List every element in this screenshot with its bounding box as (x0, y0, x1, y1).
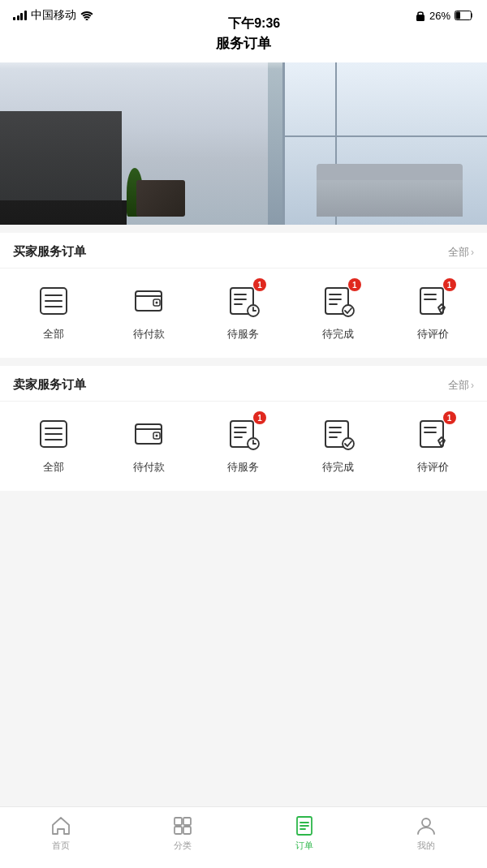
seller-pending-service-icon-wrap: 1 (224, 415, 263, 453)
svg-point-0 (85, 19, 88, 20)
nav-category-label: 分类 (174, 840, 192, 852)
svg-rect-53 (183, 827, 191, 834)
nav-category[interactable]: 分类 (122, 815, 244, 852)
buyer-section: 买家服务订单 全部 › 全部 (0, 233, 487, 358)
buyer-review-badge: 1 (443, 278, 456, 291)
svg-rect-50 (175, 818, 182, 825)
seller-service-badge: 1 (253, 411, 266, 424)
seller-review-badge: 1 (443, 411, 456, 424)
seller-all-button[interactable]: 全部 › (448, 378, 474, 393)
seller-pending-pay-item[interactable]: 待付款 (101, 415, 196, 475)
buyer-pending-complete-label: 待完成 (322, 327, 354, 342)
buyer-section-header: 买家服务订单 全部 › (0, 233, 487, 269)
nav-profile[interactable]: 我的 (365, 815, 487, 852)
category-icon (172, 815, 193, 836)
seller-order-grid: 全部 待付款 (0, 402, 487, 491)
seller-pending-review-item[interactable]: 1 待评价 (386, 415, 481, 475)
svg-rect-31 (136, 424, 162, 444)
main-content: 买家服务订单 全部 › 全部 (0, 62, 487, 868)
buyer-complete-badge: 1 (348, 278, 361, 291)
list-icon (36, 283, 71, 319)
complete-icon (321, 416, 356, 452)
buyer-pending-complete-icon-wrap: 1 (319, 281, 358, 320)
profile-icon (416, 815, 437, 836)
nav-order-label: 订单 (295, 840, 313, 852)
status-right: 26% (416, 10, 474, 22)
seller-pending-complete-label: 待完成 (322, 460, 354, 475)
svg-rect-1 (416, 15, 425, 21)
buyer-pending-review-item[interactable]: 1 待评价 (386, 281, 481, 342)
page-title: 服务订单 (0, 28, 487, 62)
chevron-right-icon: › (471, 247, 474, 258)
nav-home-label: 首页 (52, 840, 70, 852)
signal-icon (13, 11, 27, 20)
nav-home[interactable]: 首页 (0, 815, 122, 852)
battery-icon (455, 11, 474, 20)
seller-pending-complete-item[interactable]: 待完成 (291, 415, 386, 475)
buyer-pending-pay-item[interactable]: 待付款 (101, 281, 196, 342)
svg-rect-8 (136, 291, 162, 311)
time-display: 下午9:36 (228, 15, 280, 32)
seller-pending-pay-icon-wrap (129, 415, 168, 453)
buyer-pending-service-icon-wrap: 1 (224, 281, 263, 320)
svg-point-33 (156, 435, 158, 437)
buyer-pending-pay-label: 待付款 (133, 327, 165, 342)
carrier-label: 中国移动 (31, 8, 76, 23)
seller-pending-service-label: 待服务 (227, 460, 259, 475)
seller-pending-service-item[interactable]: 1 待服务 (196, 415, 291, 475)
buyer-pending-service-item[interactable]: 1 待服务 (196, 281, 291, 342)
status-left: 中国移动 (13, 8, 93, 23)
seller-section-title: 卖家服务订单 (13, 377, 86, 393)
svg-point-10 (156, 302, 158, 304)
order-icon (294, 815, 315, 836)
svg-rect-51 (183, 818, 191, 825)
nav-profile-label: 我的 (417, 840, 435, 852)
chevron-right-icon: › (471, 380, 474, 391)
seller-all-icon-wrap (34, 415, 73, 453)
status-bar: 中国移动 下午9:36 26% (0, 0, 487, 28)
seller-section-header: 卖家服务订单 全部 › (0, 366, 487, 402)
buyer-all-icon-wrap (34, 281, 73, 320)
seller-pending-pay-label: 待付款 (133, 460, 165, 475)
lock-icon (416, 10, 425, 21)
buyer-order-grid: 全部 待付款 (0, 269, 487, 358)
buyer-all-item[interactable]: 全部 (6, 281, 101, 342)
buyer-pending-review-label: 待评价 (417, 327, 449, 342)
svg-rect-52 (175, 827, 182, 834)
hero-image (0, 62, 487, 225)
buyer-pending-review-icon-wrap: 1 (414, 281, 453, 320)
seller-section: 卖家服务订单 全部 › 全部 (0, 366, 487, 491)
buyer-service-badge: 1 (253, 278, 266, 291)
seller-pending-review-label: 待评价 (417, 460, 449, 475)
bottom-nav: 首页 分类 订单 我的 (0, 806, 487, 868)
seller-pending-review-icon-wrap: 1 (414, 415, 453, 453)
seller-all-item[interactable]: 全部 (6, 415, 101, 475)
buyer-pending-service-label: 待服务 (227, 327, 259, 342)
nav-order[interactable]: 订单 (244, 815, 365, 852)
buyer-pending-pay-icon-wrap (129, 281, 168, 320)
seller-all-label: 全部 (43, 460, 64, 475)
wifi-icon (80, 11, 93, 20)
battery-label: 26% (429, 10, 450, 22)
buyer-section-title: 买家服务订单 (13, 244, 86, 260)
buyer-all-button[interactable]: 全部 › (448, 245, 474, 260)
svg-point-58 (422, 819, 430, 827)
buyer-all-label: 全部 (43, 327, 64, 342)
wallet-icon (131, 283, 166, 319)
home-icon (50, 815, 71, 836)
svg-rect-3 (456, 12, 461, 19)
seller-pending-complete-icon-wrap (319, 415, 358, 453)
wallet-icon (131, 416, 166, 452)
buyer-pending-complete-item[interactable]: 1 待完成 (291, 281, 386, 342)
list-icon (36, 416, 71, 452)
